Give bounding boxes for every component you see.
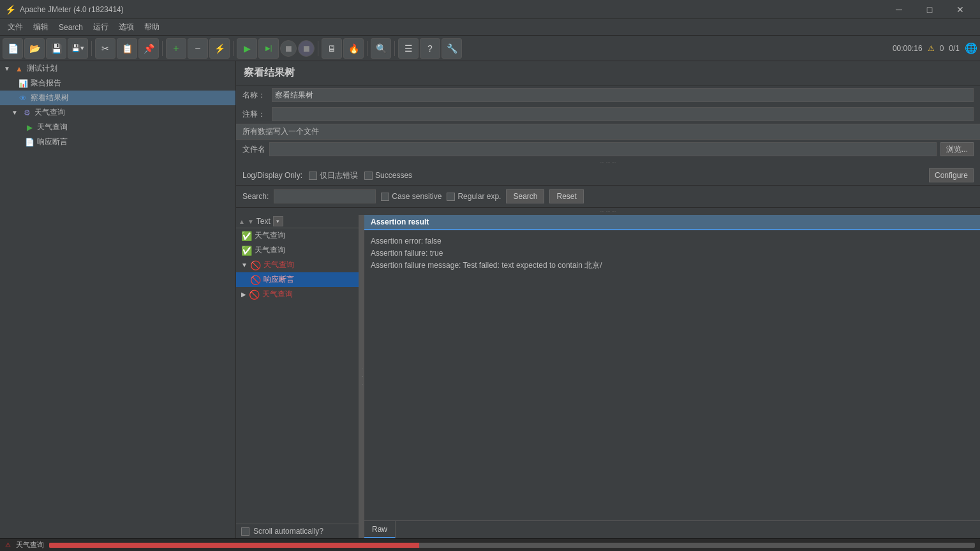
tree-item-weather-sampler[interactable]: ▶ 天气查询 bbox=[0, 120, 235, 135]
scroll-checkbox[interactable] bbox=[241, 527, 249, 536]
menu-help[interactable]: 帮助 bbox=[139, 20, 165, 34]
assertion-line-3: Assertion failure message: Test failed: … bbox=[371, 260, 974, 272]
tree-item-response-assertion[interactable]: 📄 响应断言 bbox=[0, 135, 235, 149]
remote-stop-button[interactable]: 🔥 bbox=[343, 38, 364, 59]
split-pane: ▲ ▼ Text ▾ ✅ 天气查询 ✅ 天气查询 bbox=[236, 215, 980, 538]
successes-checkbox[interactable] bbox=[364, 172, 373, 180]
save-as-button[interactable]: 💾▾ bbox=[68, 38, 88, 59]
result-label-1: 天气查询 bbox=[255, 230, 285, 241]
menu-file[interactable]: 文件 bbox=[3, 20, 28, 34]
maximize-button[interactable]: □ bbox=[915, 0, 944, 19]
reset-button[interactable]: Reset bbox=[549, 189, 583, 203]
globe-icon: 🌐 bbox=[965, 42, 977, 54]
bottom-tabs: Raw bbox=[364, 520, 980, 538]
tree-item-test-plan[interactable]: ▼ ▲ 测试计划 bbox=[0, 61, 235, 76]
resize-handle-mid[interactable]: ··· ··· ··· bbox=[236, 208, 980, 215]
paste-button[interactable]: 📌 bbox=[138, 38, 159, 59]
status-error-icon: ⚠ bbox=[5, 541, 11, 548]
scroll-controls: Scroll automatically? bbox=[236, 524, 359, 538]
tree-results: ✅ 天气查询 ✅ 天气查询 ▼ 🚫 天气查询 bbox=[236, 228, 359, 524]
remote-start-button[interactable]: 🖥 bbox=[322, 38, 342, 59]
toolbar: 📄 📂 💾 💾▾ ✂ 📋 📌 + − ⚡ ▶ ▶| ⏹ ⏹ 🖥 🔥 🔍 ☰ ? … bbox=[0, 36, 980, 61]
menu-run[interactable]: 运行 bbox=[88, 20, 114, 34]
comment-input[interactable] bbox=[272, 107, 974, 121]
search-button[interactable]: Search bbox=[506, 189, 544, 203]
result-icon-3: 🚫 bbox=[250, 260, 261, 270]
menu-options[interactable]: 选项 bbox=[114, 20, 139, 34]
open-button[interactable]: 📂 bbox=[24, 38, 45, 59]
weather-gear-icon: ⚙ bbox=[22, 108, 32, 117]
result-label-5: 天气查询 bbox=[262, 289, 293, 300]
file-label: 文件名 bbox=[242, 144, 265, 155]
aggregate-label: 聚合报告 bbox=[31, 78, 61, 89]
view-results-label: 察看结果树 bbox=[31, 92, 69, 103]
settings-button[interactable]: 🔧 bbox=[442, 38, 462, 59]
stop-button[interactable]: ⏹ bbox=[280, 40, 297, 57]
error-only-checkbox[interactable] bbox=[309, 172, 317, 180]
right-pane: Assertion result Assertion error: false … bbox=[364, 215, 980, 538]
result-item-5[interactable]: ▶ 🚫 天气查询 bbox=[236, 287, 359, 302]
remove-button[interactable]: − bbox=[188, 38, 208, 59]
warning-count: 0 bbox=[940, 44, 944, 53]
successes-label: Successes bbox=[375, 171, 412, 180]
pane-header-label: Text bbox=[256, 217, 271, 226]
thread-ratio: 0/1 bbox=[949, 44, 960, 53]
pane-dropdown-button[interactable]: ▾ bbox=[273, 216, 283, 226]
analyze-button[interactable]: 🔍 bbox=[371, 38, 391, 59]
close-button[interactable]: ✕ bbox=[946, 0, 975, 19]
help-button[interactable]: ? bbox=[420, 38, 440, 59]
toolbar-separator-2 bbox=[162, 41, 163, 56]
tree-item-aggregate[interactable]: 📊 聚合报告 bbox=[0, 76, 235, 91]
pane-arrow-up[interactable]: ▲ bbox=[239, 218, 245, 225]
start-no-pause-button[interactable]: ▶| bbox=[258, 38, 279, 59]
content-area: 察看结果树 名称： 注释： 所有数据写入一个文件 文件名 浏览... ··· ·… bbox=[236, 61, 980, 538]
minimize-button[interactable]: ─ bbox=[884, 0, 914, 19]
search-input[interactable] bbox=[274, 189, 376, 203]
menu-bar: 文件 编辑 Search 运行 选项 帮助 bbox=[0, 19, 980, 36]
pane-arrow-down[interactable]: ▼ bbox=[248, 218, 254, 225]
error-only-option: 仅日志错误 bbox=[309, 170, 358, 181]
result-item-4[interactable]: 🚫 响应断言 bbox=[236, 272, 359, 287]
name-row: 名称： bbox=[236, 85, 980, 105]
result-item-2[interactable]: ✅ 天气查询 bbox=[236, 243, 359, 258]
assertion-header: Assertion result bbox=[364, 215, 980, 230]
resize-handle-top[interactable]: ··· ··· ··· bbox=[236, 159, 980, 166]
save-button[interactable]: 💾 bbox=[46, 38, 66, 59]
menu-edit[interactable]: 编辑 bbox=[28, 20, 54, 34]
pane-header: ▲ ▼ Text ▾ bbox=[236, 215, 359, 228]
assertion-content: Assertion error: false Assertion failure… bbox=[364, 230, 980, 520]
view-results-icon: 👁 bbox=[18, 94, 28, 103]
tree-item-weather-group[interactable]: ▼ ⚙ 天气查询 bbox=[0, 105, 235, 120]
tab-raw[interactable]: Raw bbox=[364, 521, 396, 538]
shutdown-button[interactable]: ⏹ bbox=[298, 40, 315, 57]
new-button[interactable]: 📄 bbox=[3, 38, 23, 59]
regex-label: Regular exp. bbox=[457, 192, 501, 201]
case-sensitive-checkbox[interactable] bbox=[381, 193, 389, 201]
start-button[interactable]: ▶ bbox=[237, 38, 257, 59]
configure-button[interactable]: Configure bbox=[929, 168, 974, 182]
file-input[interactable] bbox=[269, 142, 937, 156]
assertion-line-2: Assertion failure: true bbox=[371, 247, 974, 260]
list-button[interactable]: ☰ bbox=[398, 38, 419, 59]
result-label-3: 天气查询 bbox=[264, 260, 294, 270]
status-progress-fill bbox=[49, 543, 419, 548]
assertion-icon: 📄 bbox=[24, 138, 34, 147]
browse-button[interactable]: 浏览... bbox=[940, 142, 974, 156]
title-bar: ⚡ Apache JMeter (4.0 r1823414) ─ □ ✕ bbox=[0, 0, 980, 19]
name-input[interactable] bbox=[272, 88, 974, 102]
result-item-1[interactable]: ✅ 天气查询 bbox=[236, 228, 359, 243]
weather-sampler-label: 天气查询 bbox=[37, 122, 68, 133]
result-icon-1: ✅ bbox=[241, 231, 252, 241]
tree-item-view-results[interactable]: 👁 察看结果树 bbox=[0, 91, 235, 105]
status-bar: ⚠ 天气查询 bbox=[0, 538, 980, 551]
cut-button[interactable]: ✂ bbox=[95, 38, 115, 59]
menu-search[interactable]: Search bbox=[54, 21, 88, 34]
result-icon-2: ✅ bbox=[241, 246, 252, 256]
aggregate-icon: 📊 bbox=[18, 79, 28, 88]
add-button[interactable]: + bbox=[166, 38, 186, 59]
copy-button[interactable]: 📋 bbox=[117, 38, 137, 59]
regex-checkbox[interactable] bbox=[447, 193, 455, 201]
result-icon-5: 🚫 bbox=[249, 290, 260, 300]
clear-button[interactable]: ⚡ bbox=[209, 38, 230, 59]
result-item-3[interactable]: ▼ 🚫 天气查询 bbox=[236, 258, 359, 272]
